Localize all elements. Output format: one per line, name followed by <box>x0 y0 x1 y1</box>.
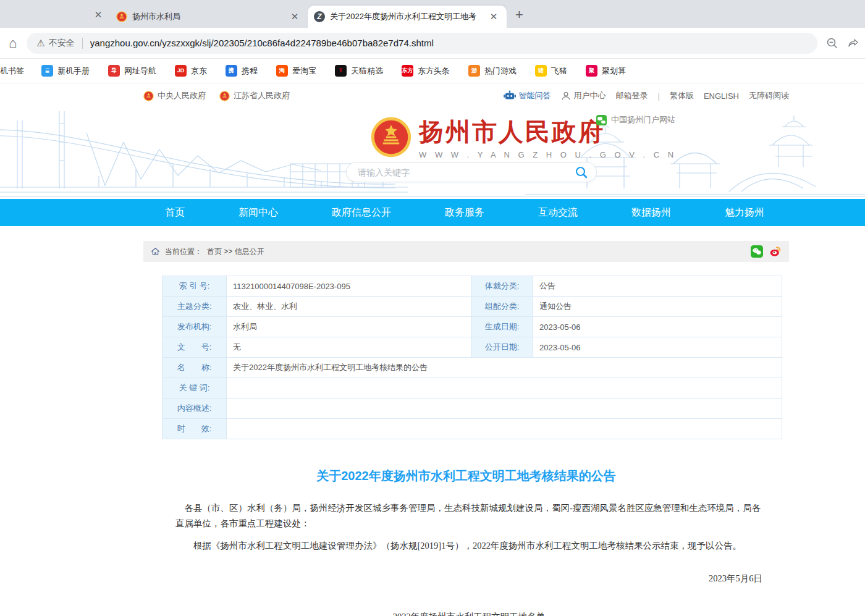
search-input[interactable] <box>358 167 574 177</box>
accessibility-link[interactable]: 无障碍阅读 <box>749 90 789 101</box>
nav-item[interactable]: 互动交流 <box>538 206 578 219</box>
user-center-link[interactable]: 用户中心 <box>561 90 606 101</box>
bookmark-item[interactable]: 东方 东方头条 <box>402 65 450 77</box>
home-breadcrumb-icon[interactable] <box>151 247 160 256</box>
meta-value: 农业、林业、水利 <box>227 297 471 317</box>
address-bar[interactable]: ⚠ 不安全 yangzhou.gov.cn/yzszxxgk/slj/20230… <box>27 33 817 54</box>
gov-emblem-icon <box>219 91 230 101</box>
meta-row: 名 称: 关于2022年度扬州市水利工程文明工地考核结果的公告 <box>162 358 782 378</box>
close-icon[interactable]: ✕ <box>91 8 105 22</box>
tab-title: 扬州市水利局 <box>132 11 283 22</box>
url-text[interactable]: yangzhou.gov.cn/yzszxxgk/slj/202305/210c… <box>90 38 434 48</box>
not-secure-warning-icon[interactable]: ⚠ <box>36 38 44 49</box>
zoom-out-icon[interactable] <box>826 37 838 49</box>
portal-link[interactable]: 中国扬州门户网站 <box>596 114 675 125</box>
bookmark-item[interactable]: 猪 飞猪 <box>535 65 567 77</box>
new-tab-button[interactable]: + <box>515 7 523 23</box>
site-top-bar: 中央人民政府 江苏省人民政府 智能问答 <box>0 83 865 108</box>
close-icon[interactable]: ✕ <box>487 10 500 23</box>
gov-link-label: 中央人民政府 <box>158 90 206 101</box>
meta-value: 无 <box>227 337 471 358</box>
gov-link[interactable]: 江苏省人民政府 <box>219 90 290 101</box>
bookmark-item[interactable]: 淘 爱淘宝 <box>276 65 316 77</box>
bookmark-favicon: 游 <box>468 65 480 77</box>
bookmark-partial[interactable]: 机书签 <box>0 65 24 77</box>
search-icon[interactable] <box>574 165 589 180</box>
bookmark-favicon: 猪 <box>535 65 547 77</box>
nav-item[interactable]: 政务服务 <box>445 206 484 219</box>
article-subtitle: 2022年度扬州市水利工程文明工地名单 <box>175 609 762 616</box>
bookmark-favicon: 东方 <box>402 65 413 77</box>
meta-label: 名 称: <box>162 358 227 378</box>
meta-row: 发布机构: 水利局 生成日期: 2023-05-06 <box>162 317 782 337</box>
meta-row: 内容概述: <box>162 399 782 419</box>
smart-qa-link[interactable]: 智能问答 <box>504 90 551 101</box>
tab-current[interactable]: Z 关于2022年度扬州市水利工程文明工地考 ✕ <box>308 6 507 28</box>
bookmark-favicon: 携 <box>226 65 237 77</box>
share-icon[interactable] <box>847 37 859 49</box>
meta-label: 体裁分类: <box>471 276 533 297</box>
meta-value <box>227 419 782 439</box>
nav-item[interactable]: 新闻中心 <box>238 206 278 219</box>
gov-links: 中央人民政府 江苏省人民政府 <box>143 90 290 101</box>
gov-link[interactable]: 中央人民政府 <box>143 90 206 101</box>
nav-item[interactable]: 首页 <box>165 206 185 219</box>
nav-item[interactable]: 数据扬州 <box>631 206 671 219</box>
bookmark-label: 爱淘宝 <box>292 65 316 77</box>
site-search[interactable] <box>346 162 597 182</box>
main-nav: 首页 新闻中心 政府信息公开 政务服务 互动交流 数据扬州 魅力扬州 <box>0 199 865 226</box>
meta-label: 时 效: <box>162 419 227 439</box>
robot-icon <box>504 90 516 101</box>
english-link[interactable]: ENGLISH <box>704 91 739 101</box>
security-label[interactable]: 不安全 <box>49 38 83 49</box>
home-icon[interactable]: ⌂ <box>9 35 17 51</box>
nav-item[interactable]: 魅力扬州 <box>725 206 764 219</box>
nav-item[interactable]: 政府信息公开 <box>332 206 391 219</box>
mail-login-link[interactable]: 邮箱登录 <box>616 90 648 101</box>
meta-value: 水利局 <box>227 317 471 337</box>
traditional-link[interactable]: 繁体版 <box>670 90 694 101</box>
gov-emblem-icon <box>143 91 154 101</box>
browser-toolbar: ⌂ ⚠ 不安全 yangzhou.gov.cn/yzszxxgk/slj/202… <box>0 28 865 59</box>
bookmark-item[interactable]: 携 携程 <box>226 65 258 77</box>
bookmark-item[interactable]: T 天猫精选 <box>335 65 383 77</box>
meta-label: 发布机构: <box>162 317 227 337</box>
bookmark-label: 携程 <box>242 65 258 77</box>
article-paragraph: 根据《扬州市水利工程文明工地建设管理办法》（扬水规[2019]1号），2022年… <box>175 538 762 554</box>
bookmark-item[interactable]: 导 网址导航 <box>108 65 156 77</box>
meta-label: 关 键 词: <box>162 378 227 399</box>
bookmark-item[interactable]: ≣ 新机手册 <box>41 65 90 77</box>
meta-value: 通知公告 <box>533 297 782 317</box>
meta-value <box>227 399 782 419</box>
meta-value: 关于2022年度扬州市水利工程文明工地考核结果的公告 <box>227 358 782 378</box>
document-meta-table: 索 引 号: 11321000014407098E-2023-095 体裁分类:… <box>162 276 782 439</box>
bookmark-favicon: T <box>335 65 347 77</box>
breadcrumb-path[interactable]: 首页 >> 信息公开 <box>207 247 264 257</box>
meta-label: 生成日期: <box>471 317 533 337</box>
meta-row: 主题分类: 农业、林业、水利 组配分类: 通知公告 <box>162 297 782 317</box>
bookmark-item[interactable]: 游 热门游戏 <box>468 65 517 77</box>
meta-label: 组配分类: <box>471 297 533 317</box>
close-icon[interactable]: ✕ <box>288 10 302 23</box>
bookmark-favicon: 聚 <box>586 65 597 77</box>
meta-row: 文 号: 无 公开日期: 2023-05-06 <box>162 337 782 358</box>
weibo-share-icon[interactable] <box>769 245 782 258</box>
meta-value: 公告 <box>533 276 782 297</box>
tab-title: 关于2022年度扬州市水利工程文明工地考 <box>330 11 482 22</box>
article-body: 各县（市、区）水利（务）局，扬州经济开发区城乡事务管理局，生态科技新城规划建设局… <box>175 500 762 616</box>
meta-label: 内容概述: <box>162 399 227 419</box>
wechat-share-icon[interactable] <box>751 245 763 258</box>
bookmark-item[interactable]: 聚 聚划算 <box>586 65 626 77</box>
meta-value: 11321000014407098E-2023-095 <box>227 276 471 297</box>
meta-label: 文 号: <box>162 337 227 358</box>
bookmark-item[interactable]: JD 京东 <box>175 65 207 77</box>
bookmark-favicon: ≣ <box>41 65 53 77</box>
meta-row: 时 效: <box>162 419 782 439</box>
tab-shuiliju[interactable]: 扬州市水利局 ✕ <box>110 6 308 28</box>
breadcrumb-label: 当前位置： <box>165 247 202 257</box>
article-paragraph: 各县（市、区）水利（务）局，扬州经济开发区城乡事务管理局，生态科技新城规划建设局… <box>175 500 762 532</box>
bookmark-label: 网址导航 <box>124 65 156 77</box>
article-date: 2023年5月6日 <box>175 571 762 586</box>
site-url: W W W . Y A N G Z H O U . G O V . C N <box>419 150 677 159</box>
bookmark-favicon: 淘 <box>276 65 288 77</box>
